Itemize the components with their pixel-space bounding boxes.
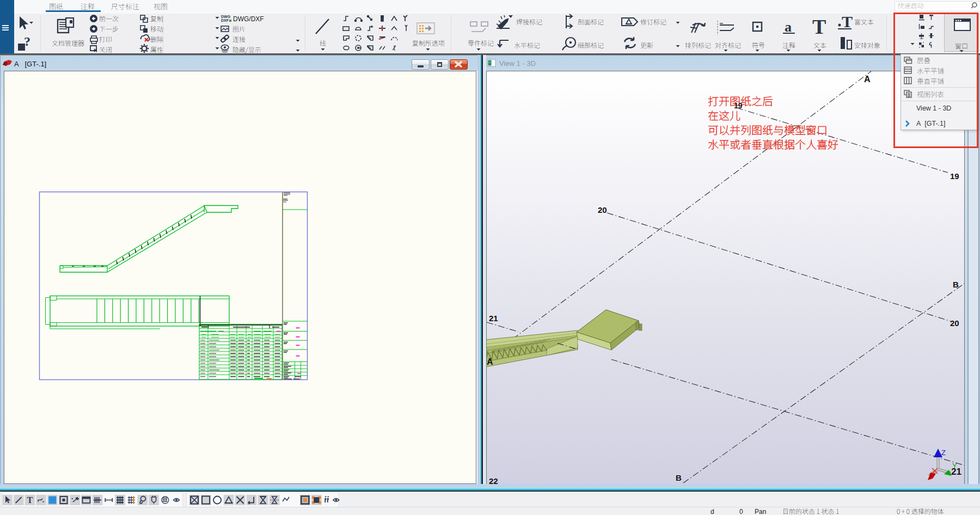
- svg-text:A: A: [487, 357, 493, 366]
- svg-text:B: B: [953, 280, 959, 289]
- svg-text:Z: Z: [941, 449, 946, 457]
- svg-text:21: 21: [489, 314, 498, 323]
- svg-text:?: ?: [24, 34, 30, 48]
- svg-text:21: 21: [951, 467, 961, 477]
- svg-text:A: A: [864, 75, 871, 84]
- svg-text:DWG/DXF: DWG/DXF: [233, 15, 264, 23]
- svg-text:T: T: [842, 13, 853, 30]
- svg-text:19: 19: [950, 171, 959, 181]
- svg-text:20: 20: [950, 318, 959, 328]
- svg-text:T: T: [812, 15, 826, 38]
- svg-text:DXF: DXF: [221, 19, 229, 22]
- svg-text:a: a: [785, 19, 792, 35]
- svg-text:20: 20: [598, 205, 607, 214]
- svg-text:T: T: [27, 495, 33, 505]
- svg-text:View 1 - 3D: View 1 - 3D: [499, 59, 536, 68]
- svg-text:B: B: [676, 473, 682, 482]
- svg-text:DWG: DWG: [221, 15, 231, 19]
